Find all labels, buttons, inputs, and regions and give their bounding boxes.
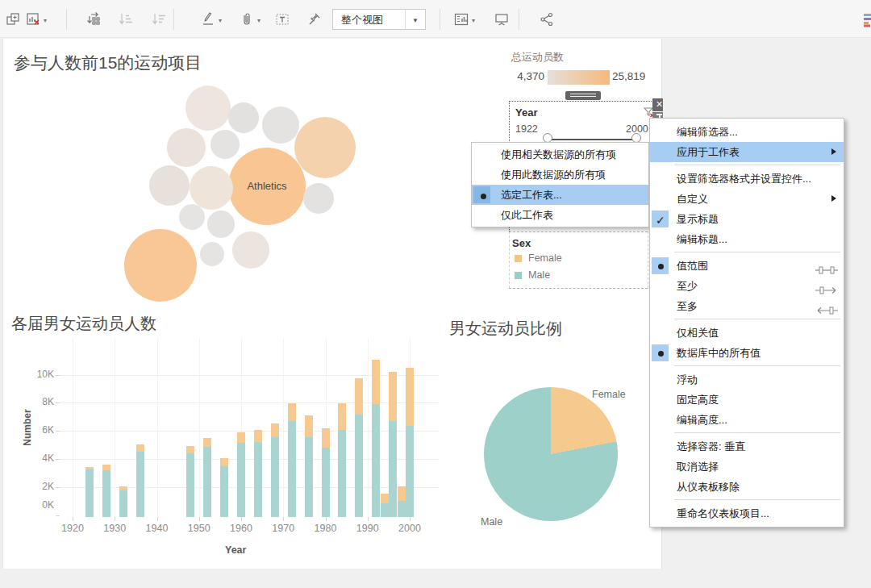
bar-female-1968[interactable] [271,423,279,437]
bar-female-1996[interactable] [389,372,397,421]
bar-male-1924[interactable] [85,469,94,517]
bar-female-1948[interactable] [186,446,194,454]
size-legend-gradient[interactable] [548,70,610,85]
bubble-mark[interactable] [207,211,235,238]
highlight-icon[interactable] [200,11,216,27]
pin-icon[interactable] [306,11,323,27]
context-menu-item-4[interactable]: ✓显示标题 [650,209,844,229]
apply-submenu-item-2[interactable]: 选定工作表... [472,185,648,205]
apply-submenu-item-3[interactable]: 仅此工作表 [472,205,648,225]
context-menu-item-15[interactable]: 取消选择 [650,457,844,477]
swap-axes-icon[interactable] [86,11,102,27]
bubble-mark[interactable] [228,102,259,133]
drag-handle[interactable] [565,91,601,100]
context-menu-item-13[interactable]: 编辑高度... [650,410,844,430]
bar-male-1998[interactable] [398,501,406,517]
bubble-mark-athletics[interactable]: Athletics [228,148,306,225]
bar-female-1994[interactable] [381,494,389,503]
bar-female-1928[interactable] [102,465,110,469]
bar-female-2000[interactable] [406,368,414,426]
apply-submenu-item-1[interactable]: 使用此数据源的所有项 [472,165,648,185]
show-me-icon[interactable] [864,11,871,27]
bar-female-1992[interactable] [372,360,380,405]
context-menu-item-1[interactable]: 应用于工作表 [650,142,844,162]
bar-male-1952[interactable] [203,447,211,517]
bar-male-1968[interactable] [271,437,279,517]
bar-female-1924[interactable] [85,467,94,469]
bar-male-2000[interactable] [406,426,414,517]
bar-female-1960[interactable] [237,432,245,443]
bar-male-1992[interactable] [372,404,380,517]
bar-male-1960[interactable] [237,443,245,517]
context-menu-item-12[interactable]: 固定高度 [650,390,844,410]
bar-female-1998[interactable] [398,486,406,500]
bubble-mark[interactable] [303,183,334,214]
context-menu-item-3[interactable]: 自定义 [650,189,844,209]
context-menu-item-9[interactable]: 仅相关值 [650,323,844,343]
bar-male-1956[interactable] [220,466,228,517]
new-worksheet-icon[interactable] [5,11,21,27]
chevron-down-icon[interactable]: ▾ [219,17,222,24]
bar-male-1984[interactable] [338,430,346,517]
bubble-mark[interactable] [185,85,231,131]
bar-male-1932[interactable] [119,490,127,517]
bar-male-1980[interactable] [322,448,330,517]
bubble-mark[interactable] [190,166,233,210]
share-icon[interactable] [539,11,555,27]
sort-descending-icon[interactable] [151,11,167,27]
bubble-mark[interactable] [262,106,299,144]
bar-female-1972[interactable] [288,403,296,422]
legend-swatch-female[interactable] [515,255,522,262]
context-menu-item-16[interactable]: 从仪表板移除 [650,477,844,497]
chevron-down-icon[interactable]: ▾ [44,17,47,24]
bar-male-1976[interactable] [305,437,313,517]
fit-dropdown[interactable]: 整个视图 ▼ [332,9,426,30]
bar-male-1936[interactable] [136,452,144,517]
label-icon[interactable] [274,11,290,27]
bar-male-1964[interactable] [254,442,262,517]
bubble-mark[interactable] [124,229,197,302]
context-menu-item-10[interactable]: 数据库中的所有值 [650,343,844,363]
bar-female-1964[interactable] [254,430,262,442]
pie-chart[interactable] [484,387,618,521]
bubble-mark[interactable] [294,117,356,178]
context-menu-item-7[interactable]: 至少 [650,276,844,296]
legend-swatch-male[interactable] [515,272,522,279]
bar-female-1988[interactable] [355,378,363,414]
bar-female-1976[interactable] [305,415,313,436]
bubble-mark[interactable] [210,130,240,159]
chevron-down-icon[interactable]: ▾ [472,17,475,24]
sort-ascending-icon[interactable] [118,11,134,27]
bubble-mark[interactable] [179,204,205,230]
show-cards-icon[interactable] [453,11,469,27]
chevron-down-icon[interactable]: ▾ [257,17,260,24]
range-slider-track[interactable] [548,139,636,140]
bar-male-1988[interactable] [355,415,363,517]
bubble-mark[interactable] [167,128,206,167]
context-menu-item-6[interactable]: 值范围 [650,256,844,276]
bar-male-1948[interactable] [186,453,194,517]
bar-female-1936[interactable] [136,444,144,452]
bar-female-1956[interactable] [220,458,228,466]
context-menu-item-11[interactable]: 浮动 [650,369,844,390]
paperclip-icon[interactable] [239,11,255,27]
bar-female-1984[interactable] [338,403,346,430]
bar-female-1932[interactable] [119,486,127,490]
context-menu-item-2[interactable]: 设置筛选器格式并设置控件... [650,169,844,189]
presentation-icon[interactable] [494,11,510,27]
bubble-mark[interactable] [232,231,269,269]
bar-female-1980[interactable] [322,428,330,448]
bar-female-1952[interactable] [203,438,211,446]
bubble-mark[interactable] [149,165,190,206]
context-menu-item-0[interactable]: 编辑筛选器... [650,122,844,142]
bubble-mark[interactable] [200,242,224,266]
context-menu-item-14[interactable]: 选择容器: 垂直 [650,436,844,457]
bar-male-1996[interactable] [389,421,397,517]
bar-male-1972[interactable] [288,421,296,517]
context-menu-item-5[interactable]: 编辑标题... [650,229,844,249]
context-menu-item-8[interactable]: 至多 [650,296,844,316]
context-menu-item-17[interactable]: 重命名仪表板项目... [650,503,844,523]
chevron-down-icon[interactable]: ▼ [412,17,419,24]
clear-sheet-icon[interactable] [25,11,41,27]
bar-male-1994[interactable] [381,503,389,517]
